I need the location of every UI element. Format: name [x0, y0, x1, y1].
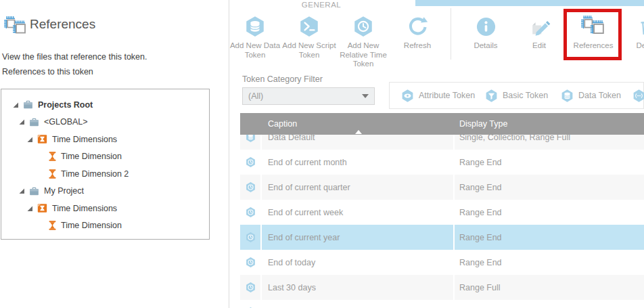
table-header: Caption Display Type — [240, 113, 644, 135]
hourglass-icon — [49, 151, 56, 162]
tree-item-label: Time Dimension — [61, 152, 122, 161]
ribbon-button-label: Edit — [512, 41, 566, 51]
ribbon-button-add-new-relative-time-token[interactable]: Add New Relative Time Token — [336, 9, 390, 68]
tree-item-label: Time Dimensions — [52, 204, 117, 213]
data-token-hex-icon — [560, 89, 574, 103]
relative-time-hex-icon — [240, 300, 260, 308]
toggle-basic-token[interactable]: Basic Token — [484, 83, 548, 108]
icon-column-header — [240, 113, 260, 135]
briefcase-icon — [29, 187, 39, 196]
tree-item[interactable]: Time Dimension 2 — [1, 165, 209, 183]
table-row[interactable]: Data Default Single, Collection, Range F… — [240, 135, 644, 150]
tree-item-label: My Project — [44, 186, 84, 196]
script-dots-hex-icon — [632, 89, 644, 103]
time-folder-icon — [37, 203, 47, 213]
attribute-token-hex-icon — [400, 89, 415, 103]
tree-item-label: Time Dimension 2 — [61, 169, 129, 179]
display-type-column-header[interactable]: Display Type — [455, 113, 644, 135]
tree-item-label: Time Dimension — [61, 221, 122, 230]
display-type-cell: Range End — [455, 175, 644, 200]
token-category-filter-label: Token Category Filter — [242, 74, 323, 84]
tree-expanded-icon[interactable] — [26, 136, 33, 143]
table-row[interactable]: End of current quarter Range End — [240, 175, 644, 200]
tree-expanded-icon[interactable] — [18, 188, 25, 194]
token-category-filter-dropdown[interactable]: (All) — [242, 87, 375, 105]
caption-cell: End of current year — [262, 225, 453, 250]
ribbon-button-details[interactable]: Details — [459, 9, 513, 68]
ribbon-button-delete[interactable]: Delete — [620, 9, 644, 68]
references-panel-icon — [4, 16, 27, 39]
tree-expanded-icon[interactable] — [18, 118, 25, 125]
display-type-cell: Range Full — [455, 275, 644, 300]
caption-cell: End of current quarter — [262, 175, 453, 200]
caption-cell: End of today — [262, 250, 453, 275]
caption-cell: Last 30 days — [262, 275, 453, 300]
ribbon-button-label: Add New Relative Time Token — [336, 41, 390, 69]
edit-pencil-icon — [512, 13, 566, 40]
trash-icon — [620, 13, 644, 40]
table-row[interactable]: End of today Range End — [240, 250, 644, 275]
data-token-hex-icon — [228, 13, 282, 40]
display-type-cell — [455, 300, 644, 308]
caption-column-header[interactable]: Caption — [262, 113, 453, 135]
toggle-attribute-token[interactable]: Attribute Token — [400, 83, 475, 108]
caption-cell: Data Default — [262, 135, 453, 150]
hourglass-icon — [49, 220, 56, 231]
relative-time-hex-icon — [240, 250, 260, 275]
page-title: References — [30, 17, 95, 32]
tree-expanded-icon[interactable] — [12, 102, 19, 108]
tree-item[interactable]: Time Dimensions — [1, 200, 209, 217]
display-type-cell: Single, Collection, Range Full — [455, 135, 644, 150]
caption-cell: End of current month — [262, 150, 453, 175]
tree-item[interactable]: Time Dimension — [1, 217, 209, 235]
ribbon-button-add-new-data-token[interactable]: Add New Data Token — [228, 9, 282, 68]
table-row[interactable]: End of current week Range End — [240, 200, 644, 225]
panel-description: View the files that reference this token… — [2, 52, 147, 62]
display-type-cell: Range End — [455, 250, 644, 275]
tree-item-label: Time Dimensions — [52, 135, 117, 144]
tree-item-label: <GLOBAL> — [44, 117, 88, 127]
ribbon-button-add-new-script-token[interactable]: Add New Script Token — [282, 9, 336, 68]
ribbon-button-label: Refresh — [390, 41, 444, 51]
ribbon-separator — [451, 8, 451, 60]
panel-subheading: References to this token — [2, 67, 93, 76]
annotation-highlight-box — [564, 9, 622, 60]
ribbon-button-label: Details — [459, 41, 513, 51]
tree-item[interactable]: Time Dimensions — [1, 131, 209, 148]
ribbon-tab-highlight — [415, 0, 644, 6]
hourglass-icon — [49, 169, 56, 179]
relative-time-hex-icon — [240, 200, 260, 225]
ribbon-button-refresh[interactable]: Refresh — [390, 9, 444, 68]
caption-cell: End of current week — [262, 200, 453, 225]
tree-item[interactable]: <GLOBAL> — [1, 114, 209, 131]
table-row[interactable] — [240, 300, 644, 308]
display-type-cell: Range End — [455, 225, 644, 250]
sort-ascending-icon — [355, 130, 362, 134]
chevron-down-icon — [362, 94, 369, 98]
display-type-cell: Range End — [455, 150, 644, 175]
table-row[interactable]: Last 30 days Range Full — [240, 275, 644, 300]
toggle-data-token[interactable]: Data Token — [560, 83, 621, 108]
details-icon — [459, 13, 513, 40]
ribbon-button-edit[interactable]: Edit — [512, 9, 566, 68]
ribbon-group-label: GENERAL — [230, 1, 413, 9]
tree-expanded-icon[interactable] — [26, 205, 33, 212]
references-tree: Projects Root <GLOBAL> Time Dimensions T… — [1, 89, 210, 240]
tree-item[interactable]: Time Dimension — [1, 148, 209, 166]
table-body: Data Default Single, Collection, Range F… — [240, 135, 644, 308]
relative-time-hex-icon — [240, 175, 260, 200]
toggle-label: Basic Token — [503, 91, 548, 100]
ribbon-button-label: Add New Data Token — [228, 41, 282, 60]
toggle-label: Data Token — [578, 91, 621, 100]
relative-time-hex-icon — [240, 225, 260, 250]
ribbon-button-label: Add New Script Token — [282, 41, 336, 60]
tree-item[interactable]: Projects Root — [1, 96, 209, 114]
briefcase-icon — [29, 118, 39, 127]
tree-item-label: Projects Root — [38, 100, 93, 110]
table-row-selected[interactable]: End of current year Range End — [240, 225, 644, 250]
table-row[interactable]: End of current month Range End — [240, 150, 644, 175]
data-token-hex-icon — [240, 135, 260, 150]
token-type-toggle-panel: Attribute TokenBasic TokenData Token — [389, 82, 644, 109]
tree-item[interactable]: My Project — [1, 183, 209, 200]
toggle-token-partial[interactable] — [632, 83, 644, 108]
